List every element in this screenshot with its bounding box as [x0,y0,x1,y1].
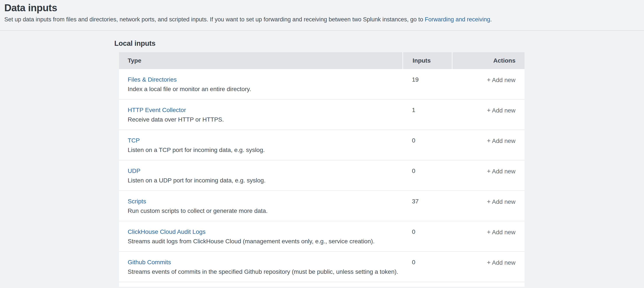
plus-icon: + [487,259,491,266]
plus-icon: + [487,76,491,83]
add-new-button[interactable]: +Add new [487,77,516,83]
type-cell: Files & Directories Index a local file o… [119,69,402,99]
page-header: Data inputs Set up data inputs from file… [0,0,644,31]
type-cell: HTTP Event Collector Receive data over H… [119,100,402,130]
add-new-button[interactable]: +Add new [487,198,516,205]
type-cell: UDP Listen on a UDP port for incoming da… [119,160,402,190]
input-type-link[interactable]: Files & Directories [128,76,177,83]
input-type-description: Index a local file or monitor an entire … [128,85,398,93]
inputs-cell: 0 [402,221,452,251]
add-new-label: Add new [492,77,516,83]
add-new-label: Add new [492,138,516,144]
inputs-count: 0 [412,228,416,235]
plus-icon: + [487,198,491,205]
forwarding-and-receiving-link[interactable]: Forwarding and receiving [425,16,490,23]
inputs-count: 1 [412,107,416,113]
input-type-description: Listen on a TCP port for incoming data, … [128,146,398,154]
table-row: TCP Listen on a TCP port for incoming da… [119,130,524,160]
input-type-description: Run custom scripts to collect or generat… [128,207,398,215]
plus-icon: + [487,168,491,175]
inputs-cell: 19 [402,69,452,99]
inputs-cell: 0 [402,130,452,160]
table-header-row: Type Inputs Actions [119,52,524,69]
next-row-partial [119,282,524,287]
table-row: HTTP Event Collector Receive data over H… [119,100,524,130]
inputs-count: 0 [412,137,416,144]
type-cell: TCP Listen on a TCP port for incoming da… [119,130,402,160]
local-inputs-table: Type Inputs Actions Files & Directories … [119,52,524,287]
page-title: Data inputs [4,2,640,14]
page-subtitle-period: . [490,16,492,23]
add-new-button[interactable]: +Add new [487,168,516,175]
add-new-button[interactable]: +Add new [487,229,516,235]
add-new-label: Add new [492,198,516,205]
table-row: ClickHouse Cloud Audit Logs Streams audi… [119,221,524,252]
input-type-link[interactable]: TCP [128,137,140,144]
inputs-cell: 0 [402,160,452,190]
add-new-button[interactable]: +Add new [487,259,516,266]
column-header-inputs: Inputs [402,52,452,69]
input-type-description: Streams events of commits in the specifi… [128,268,398,275]
inputs-cell: 37 [402,191,452,221]
add-new-button[interactable]: +Add new [487,138,516,144]
table-row: Scripts Run custom scripts to collect or… [119,191,524,221]
add-new-label: Add new [492,229,516,235]
plus-icon: + [487,107,491,114]
add-new-label: Add new [492,259,516,266]
add-new-button[interactable]: +Add new [487,107,516,114]
table-row: Files & Directories Index a local file o… [119,69,524,100]
actions-cell: +Add new [452,100,524,130]
table-row: Github Commits Streams events of commits… [119,252,524,282]
column-header-actions: Actions [452,52,524,69]
inputs-count: 0 [412,168,416,174]
local-inputs-heading: Local inputs [114,39,644,48]
actions-cell: +Add new [452,130,524,160]
add-new-label: Add new [492,168,516,175]
input-type-link[interactable]: Scripts [128,198,146,205]
actions-cell: +Add new [452,252,524,282]
type-cell: Scripts Run custom scripts to collect or… [119,191,402,221]
type-cell: Github Commits Streams events of commits… [119,252,402,282]
input-type-link[interactable]: ClickHouse Cloud Audit Logs [128,228,206,235]
page-subtitle: Set up data inputs from files and direct… [4,16,640,23]
input-type-link[interactable]: UDP [128,167,140,175]
table-row: UDP Listen on a UDP port for incoming da… [119,160,524,191]
table-body: Files & Directories Index a local file o… [119,69,524,282]
inputs-cell: 1 [402,100,452,130]
inputs-cell: 0 [402,252,452,282]
input-type-description: Listen on a UDP port for incoming data, … [128,177,398,184]
actions-cell: +Add new [452,69,524,99]
type-cell: ClickHouse Cloud Audit Logs Streams audi… [119,221,402,251]
actions-cell: +Add new [452,160,524,190]
inputs-count: 0 [412,259,416,265]
input-type-link[interactable]: Github Commits [128,259,171,266]
actions-cell: +Add new [452,191,524,221]
actions-cell: +Add new [452,221,524,251]
column-header-type: Type [119,52,402,69]
plus-icon: + [487,137,491,144]
plus-icon: + [487,228,491,235]
input-type-description: Receive data over HTTP or HTTPS. [128,116,398,123]
input-type-description: Streams audit logs from ClickHouse Cloud… [128,237,398,245]
inputs-count: 19 [412,76,418,83]
input-type-link[interactable]: HTTP Event Collector [128,106,186,114]
add-new-label: Add new [492,107,516,114]
page-subtitle-text: Set up data inputs from files and direct… [4,16,425,23]
inputs-count: 37 [412,198,418,205]
